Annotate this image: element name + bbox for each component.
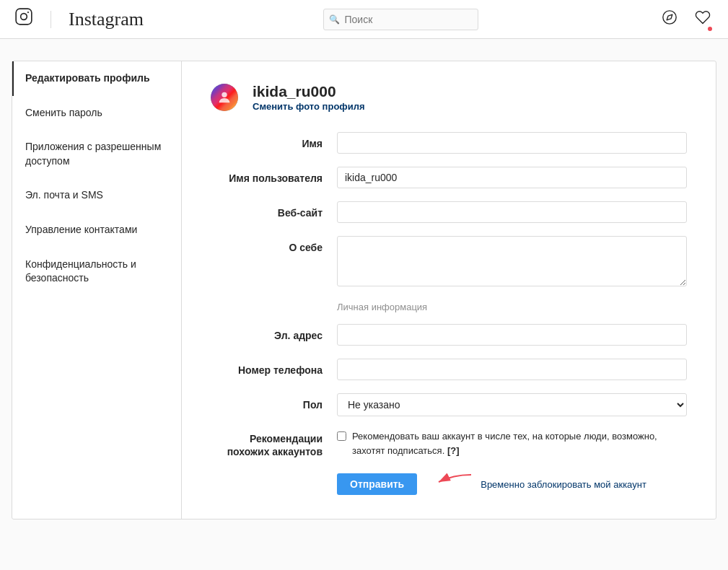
username-input[interactable] <box>337 167 687 188</box>
bio-row: О себе <box>211 236 687 289</box>
search-wrapper: 🔍 <box>323 9 478 30</box>
profile-header: ikida_ru000 Сменить фото профиля <box>211 83 687 112</box>
logo-area: Instagram <box>14 7 144 31</box>
username-label: Имя пользователя <box>211 167 337 184</box>
brand-name: Instagram <box>69 9 144 30</box>
gender-select[interactable]: Не указано Мужской Женский Другой <box>337 393 687 416</box>
arrow-icon <box>431 471 475 497</box>
sidebar-item-authorized-apps[interactable]: Приложения с разрешенным доступом <box>12 130 181 178</box>
svg-rect-0 <box>16 9 32 25</box>
gender-row: Пол Не указано Мужской Женский Другой <box>211 393 687 416</box>
app-header: Instagram 🔍 <box>0 0 728 39</box>
username-control <box>337 167 687 188</box>
phone-input[interactable] <box>337 359 687 380</box>
instagram-logo-icon <box>14 7 33 31</box>
recommendation-label: Рекомендации похожих аккаунтов <box>211 429 337 458</box>
phone-label: Номер телефона <box>211 359 337 376</box>
name-input[interactable] <box>337 132 687 154</box>
svg-point-3 <box>663 10 676 23</box>
sidebar-item-edit-profile[interactable]: Редактировать профиль <box>12 61 181 96</box>
email-row: Эл. адрес <box>211 324 687 346</box>
buttons-row: Отправить Временно заб <box>211 471 687 497</box>
search-area: 🔍 <box>144 9 659 30</box>
website-row: Веб-сайт <box>211 201 687 223</box>
sidebar-item-change-password[interactable]: Сменить пароль <box>12 96 181 131</box>
website-input[interactable] <box>337 201 687 223</box>
search-input[interactable] <box>323 9 478 30</box>
recommendation-row: Рекомендации похожих аккаунтов Рекомендо… <box>211 429 687 458</box>
submit-button[interactable]: Отправить <box>337 473 417 495</box>
gender-control: Не указано Мужской Женский Другой <box>337 393 687 416</box>
search-icon: 🔍 <box>329 14 340 25</box>
notifications-button[interactable] <box>692 6 714 32</box>
sidebar: Редактировать профиль Сменить пароль При… <box>12 61 182 519</box>
gender-label: Пол <box>211 393 337 411</box>
main-container: Редактировать профиль Сменить пароль При… <box>12 61 716 519</box>
header-divider <box>51 11 51 28</box>
sidebar-item-privacy-security[interactable]: Конфиденциальность и безопасность <box>12 247 181 296</box>
svg-point-2 <box>27 12 29 13</box>
notification-dot <box>708 27 712 31</box>
explore-button[interactable] <box>659 6 680 32</box>
profile-username: ikida_ru000 <box>253 83 365 100</box>
personal-info-title: Личная информация <box>211 302 687 312</box>
email-label: Эл. адрес <box>211 324 337 341</box>
svg-point-1 <box>21 14 27 20</box>
edit-profile-content: ikida_ru000 Сменить фото профиля Имя Имя… <box>182 61 716 519</box>
name-row: Имя <box>211 132 687 154</box>
bio-textarea[interactable] <box>337 236 687 286</box>
website-label: Веб-сайт <box>211 201 337 219</box>
block-link-wrapper: Временно заблокировать мой аккаунт <box>431 471 646 497</box>
username-row: Имя пользователя <box>211 167 687 188</box>
bio-label: О себе <box>211 236 337 253</box>
avatar-image <box>211 84 238 111</box>
avatar <box>211 84 238 111</box>
recommendation-checkbox[interactable] <box>337 431 346 441</box>
recommendation-help-link[interactable]: [?] <box>447 445 460 456</box>
recommendation-text: Рекомендовать ваш аккаунт в числе тех, н… <box>352 429 687 457</box>
svg-point-5 <box>222 92 227 97</box>
email-control <box>337 324 687 346</box>
change-photo-link[interactable]: Сменить фото профиля <box>253 101 365 112</box>
svg-marker-4 <box>667 14 672 20</box>
sidebar-item-email-sms[interactable]: Эл. почта и SMS <box>12 178 181 213</box>
phone-row: Номер телефона <box>211 359 687 380</box>
email-input[interactable] <box>337 324 687 346</box>
name-label: Имя <box>211 132 337 149</box>
recommendation-content: Рекомендовать ваш аккаунт в числе тех, н… <box>337 429 687 457</box>
profile-info: ikida_ru000 Сменить фото профиля <box>253 83 365 112</box>
sidebar-item-manage-contacts[interactable]: Управление контактами <box>12 213 181 247</box>
name-control <box>337 132 687 154</box>
bio-control <box>337 236 687 289</box>
header-actions <box>659 6 714 32</box>
website-control <box>337 201 687 223</box>
block-account-link[interactable]: Временно заблокировать мой аккаунт <box>481 479 646 490</box>
phone-control <box>337 359 687 380</box>
